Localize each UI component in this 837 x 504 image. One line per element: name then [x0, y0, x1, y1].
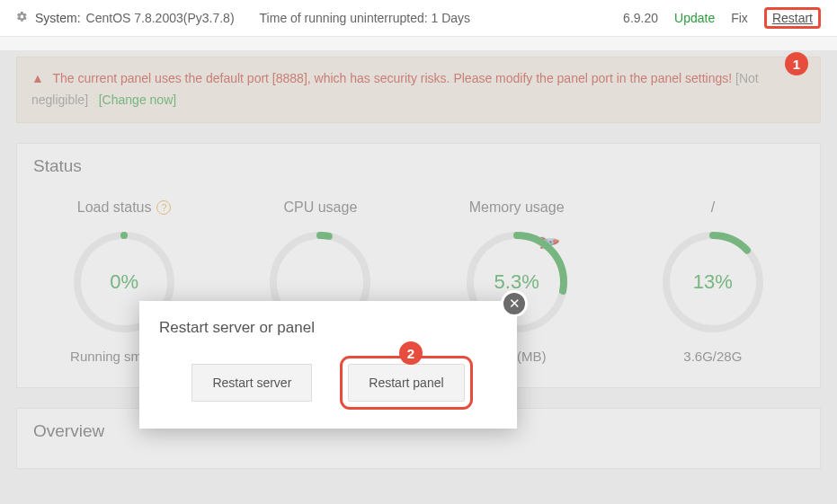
restart-modal: ✕ Restart server or panel Restart server… [139, 301, 517, 429]
change-now-link[interactable]: [Change now] [99, 93, 176, 107]
gauge-subtext: 3.6G/28G [615, 349, 811, 364]
warning-icon: ▲ [31, 71, 44, 85]
system-value: CentOS 7.8.2003(Py3.7.8) [86, 11, 235, 25]
top-right-links: 6.9.20 Update Fix Restart [623, 7, 821, 29]
system-label: System: [35, 11, 81, 25]
alert-message: The current panel uses the default port … [53, 71, 733, 85]
restart-panel-button[interactable]: Restart panel [348, 364, 464, 402]
gauge: / 13% 3.6G/28G [615, 199, 811, 364]
uptime-text: Time of running uninterrupted: 1 Days [260, 11, 471, 25]
help-icon[interactable]: ? [156, 200, 171, 215]
gauge-label-text: CPU usage [283, 199, 357, 216]
modal-body: Restart server Restart panel [139, 348, 517, 429]
status-title: Status [17, 144, 820, 183]
gear-icon [16, 11, 28, 25]
gauge-label-text: / [711, 199, 715, 216]
callout-2: 2 [399, 341, 423, 365]
top-bar: System: CentOS 7.8.2003(Py3.7.8) Time of… [0, 0, 837, 37]
gauge-label: CPU usage [222, 199, 418, 216]
gauge-label: / [615, 199, 811, 216]
gauge-ring: 13% [659, 228, 767, 336]
version-text: 6.9.20 [623, 11, 658, 25]
restart-link[interactable]: Restart [772, 11, 813, 25]
gauge-label: Load status ? [26, 199, 222, 216]
fix-link[interactable]: Fix [731, 11, 748, 25]
close-icon[interactable]: ✕ [501, 290, 528, 317]
restart-highlight-box: Restart [764, 7, 821, 29]
update-link[interactable]: Update [674, 11, 715, 25]
gauge-value: 13% [693, 270, 733, 294]
gauge-label: Memory usage [419, 199, 615, 216]
gauge-label-text: Memory usage [469, 199, 565, 216]
restart-server-button[interactable]: Restart server [191, 364, 312, 402]
gauge-label-text: Load status [77, 199, 152, 216]
modal-title: Restart server or panel [139, 301, 517, 348]
security-alert: ▲ The current panel uses the default por… [16, 57, 821, 123]
gauge-value: 0% [110, 270, 138, 294]
callout-1: 1 [785, 52, 808, 75]
